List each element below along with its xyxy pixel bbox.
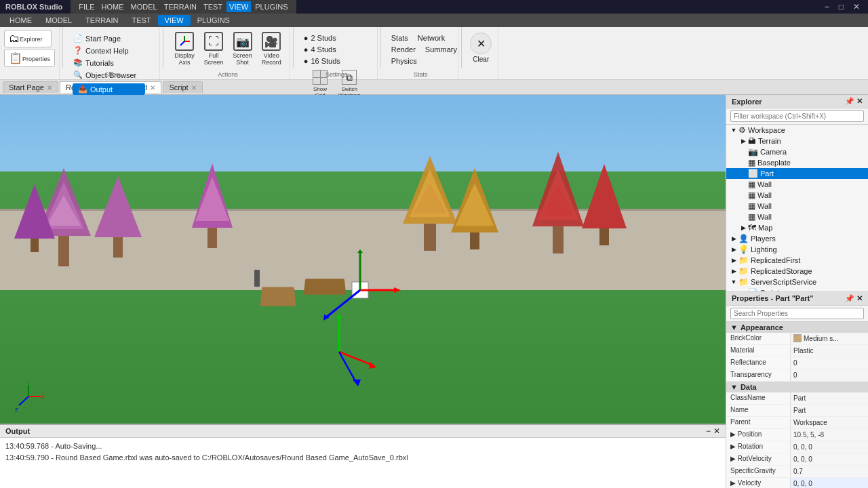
- tree-icon-workspace: ⚙: [738, 125, 746, 135]
- menu-item-test[interactable]: TEST: [201, 1, 225, 12]
- svg-line-36: [339, 352, 373, 365]
- summary-btn[interactable]: Summary: [422, 44, 460, 55]
- menu-item-terrain[interactable]: TERRAIN: [161, 1, 199, 12]
- properties-close-icon[interactable]: ✕: [856, 294, 863, 303]
- ribbon-tab-view[interactable]: VIEW: [158, 15, 191, 26]
- svg-line-2: [180, 41, 184, 45]
- clear-icon[interactable]: ✕: [470, 33, 492, 54]
- svg-marker-7: [94, 176, 142, 237]
- tree-arrow-replicated-first: ▶: [729, 257, 738, 264]
- menu-item-view[interactable]: VIEW: [226, 1, 251, 12]
- name-row: Name Part: [726, 405, 868, 417]
- output-close-icon[interactable]: ✕: [713, 426, 720, 436]
- properties-btn[interactable]: 📋 Properties: [4, 49, 55, 67]
- tree-label-replicated-storage: ReplicatedStorage: [751, 267, 812, 275]
- close-script[interactable]: ✕: [191, 84, 197, 92]
- tree-item-wall3[interactable]: ▦ Wall: [726, 201, 868, 211]
- menu-item-file[interactable]: FILE: [76, 1, 97, 12]
- video-record-btn[interactable]: 🎥 VideoRecord: [258, 30, 285, 68]
- 4-studs-btn[interactable]: ● 4 Studs: [300, 44, 373, 55]
- network-btn[interactable]: Network: [414, 33, 448, 43]
- close-round-based[interactable]: ✕: [150, 84, 155, 92]
- stats-btn[interactable]: Stats: [388, 33, 412, 43]
- full-screen-btn[interactable]: ⛶ FullScreen: [200, 30, 228, 68]
- menu-item-home[interactable]: HOME: [99, 1, 127, 12]
- ribbon-tab-test[interactable]: TEST: [125, 15, 157, 26]
- tutorials-btn[interactable]: 📚 Tutorials: [70, 57, 140, 68]
- svg-marker-29: [394, 287, 401, 293]
- settings-label: Settings: [326, 71, 348, 78]
- svg-rect-17: [424, 224, 436, 251]
- tree-arrow-terrain: ▶: [738, 138, 748, 144]
- position-value: 10.5, 5, -8: [793, 431, 824, 439]
- data-section[interactable]: ▼ Data: [726, 382, 868, 392]
- ribbon-tab-home[interactable]: HOME: [3, 15, 39, 26]
- specificgravity-value: 0.7: [793, 468, 803, 475]
- 16-studs-btn[interactable]: ● 16 Studs: [300, 56, 373, 66]
- menu-item-plugins[interactable]: PLUGINS: [252, 1, 290, 12]
- tree-item-wall2[interactable]: ▦ Wall: [726, 190, 868, 201]
- close-start-page[interactable]: ✕: [47, 84, 52, 92]
- tree-label-camera: Camera: [760, 148, 787, 156]
- stats-label: Stats: [414, 71, 428, 78]
- parent-row: Parent Workspace: [726, 417, 868, 429]
- tree-arrow-map: ▶: [738, 224, 748, 231]
- velocity-row[interactable]: ▶ Velocity 0, 0, 0: [726, 478, 868, 489]
- explorer-btn[interactable]: 🗂 Explorer: [4, 30, 52, 47]
- position-row[interactable]: ▶ Position 10.5, 5, -8: [726, 429, 868, 441]
- render-btn[interactable]: Render: [388, 44, 419, 55]
- properties-pin-icon[interactable]: 📌: [845, 294, 854, 303]
- ribbon-tab-plugins[interactable]: PLUGINS: [191, 15, 237, 26]
- tree-item-server-script-service[interactable]: ▼ 📁 ServerScriptService: [726, 277, 868, 287]
- tree-icon-camera: 📷: [748, 147, 758, 157]
- 2-studs-btn[interactable]: ● 2 Studs: [300, 33, 373, 43]
- display-axis-btn[interactable]: DisplayAxis: [170, 30, 199, 68]
- menu-item-model[interactable]: MODEL: [128, 1, 160, 12]
- video-record-icon: 🎥: [262, 32, 281, 51]
- tree-icon-replicated-first: 📁: [738, 256, 749, 265]
- tree-item-players[interactable]: ▶ 👤 Players: [726, 233, 868, 244]
- data-arrow: ▼: [730, 383, 738, 391]
- tree-item-baseplate[interactable]: ▦ Baseplate: [726, 157, 868, 168]
- properties-search-input[interactable]: [730, 308, 864, 319]
- explorer-close-icon[interactable]: ✕: [856, 97, 863, 106]
- tree-item-replicated-storage[interactable]: ▶ 📁 ReplicatedStorage: [726, 266, 868, 277]
- tree-item-camera[interactable]: 📷 Camera: [726, 146, 868, 157]
- tutorials-label: Tutorials: [85, 59, 114, 67]
- rotvelocity-row[interactable]: ▶ RotVelocity 0, 0, 0: [726, 453, 868, 466]
- close-btn[interactable]: ✕: [850, 2, 863, 12]
- start-page-label: Start Page: [85, 35, 121, 43]
- output-icon: 📤: [78, 85, 87, 94]
- start-page-btn[interactable]: 📄 Start Page: [70, 33, 140, 44]
- rotation-row[interactable]: ▶ Rotation 0, 0, 0: [726, 441, 868, 453]
- explorer-search-input[interactable]: [730, 110, 864, 122]
- minimize-btn[interactable]: −: [822, 2, 832, 12]
- output-btn[interactable]: 📤 Output: [73, 83, 145, 95]
- tree-item-workspace[interactable]: ▼ ⚙ Workspace: [726, 125, 868, 136]
- tree-item-lighting[interactable]: ▶ 💡 Lighting: [726, 244, 868, 255]
- explorer-pin-icon[interactable]: 📌: [845, 97, 854, 106]
- output-minimize-icon[interactable]: −: [706, 426, 711, 436]
- svg-rect-26: [599, 228, 609, 245]
- appearance-section[interactable]: ▼ Appearance: [726, 322, 868, 333]
- classname-row: ClassName Part: [726, 392, 868, 405]
- ribbon-tab-model[interactable]: MODEL: [39, 15, 79, 26]
- tab-script[interactable]: Script ✕: [163, 81, 202, 93]
- tree-item-part[interactable]: ⬜ Part: [726, 168, 868, 179]
- physics-btn[interactable]: Physics: [388, 56, 454, 66]
- tree-item-replicated-first[interactable]: ▶ 📁 ReplicatedFirst: [726, 255, 868, 266]
- brickcolor-row: BrickColor Medium s...: [726, 333, 868, 345]
- tree-item-terrain[interactable]: ▶ 🏔 Terrain: [726, 136, 868, 146]
- screen-shot-btn[interactable]: 📷 ScreenShot: [229, 30, 256, 68]
- properties-title: Properties - Part "Part": [732, 294, 813, 302]
- tree-item-wall4[interactable]: ▦ Wall: [726, 211, 868, 222]
- tab-start-page[interactable]: Start Page ✕: [3, 81, 58, 93]
- maximize-btn[interactable]: □: [836, 2, 846, 12]
- screen-shot-icon: 📷: [233, 32, 252, 51]
- tree-item-map[interactable]: ▶ 🗺 Map: [726, 222, 868, 233]
- ribbon-tab-terrain[interactable]: TERRAIN: [79, 15, 125, 26]
- tree-red-1: [530, 152, 587, 253]
- tree-item-wall1[interactable]: ▦ Wall: [726, 179, 868, 190]
- tree-label-wall1: Wall: [757, 180, 772, 188]
- context-help-btn[interactable]: ❓ Context Help: [70, 45, 140, 56]
